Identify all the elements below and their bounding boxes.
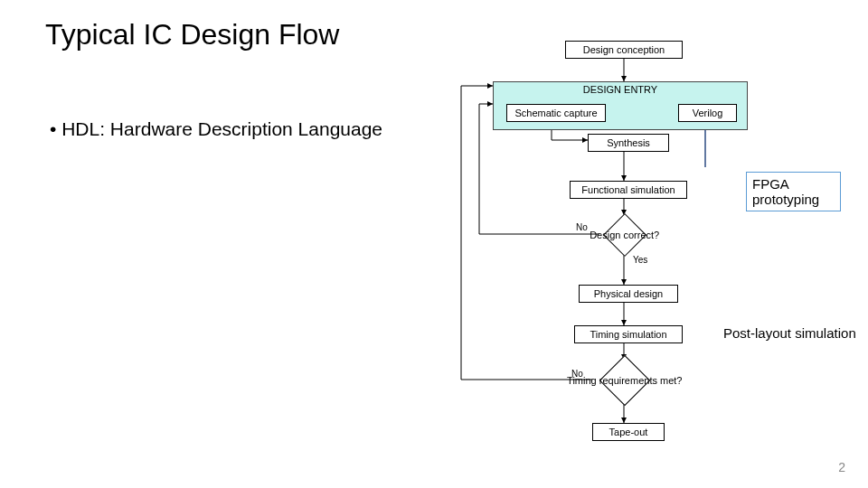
annotation-fpga-box: FPGA prototyping: [746, 172, 841, 211]
slide-title: Typical IC Design Flow: [45, 18, 339, 52]
decision-design-correct: Design correct?: [603, 213, 646, 257]
node-verilog: Verilog: [678, 104, 737, 122]
design-entry-header: DESIGN ENTRY: [583, 84, 657, 95]
label-no-2: No: [571, 369, 583, 379]
node-functional-simulation: Functional simulation: [570, 181, 687, 199]
node-synthesis: Synthesis: [588, 134, 669, 152]
node-schematic-capture: Schematic capture: [506, 104, 606, 122]
decision-timing-met-text: Timing requirements met?: [567, 375, 682, 386]
node-physical-design: Physical design: [579, 285, 678, 303]
node-timing-simulation: Timing simulation: [574, 325, 683, 343]
bullet-hdl-text: HDL: Hardware Description Language: [61, 118, 382, 139]
slide-number: 2: [838, 460, 845, 474]
decision-timing-met: Timing requirements met?: [599, 355, 651, 407]
bullet-hdl: • HDL: Hardware Description Language: [50, 117, 382, 140]
decision-design-correct-text: Design correct?: [590, 230, 659, 240]
node-design-conception: Design conception: [565, 41, 683, 59]
flow-diagram: Design conception DESIGN ENTRY Schematic…: [389, 27, 769, 452]
annotation-fpga-line2: prototyping: [752, 192, 819, 207]
label-yes-1: Yes: [633, 255, 647, 265]
annotation-fpga-line1: FPGA: [752, 176, 789, 192]
annotation-post-layout: Post-layout simulation: [723, 325, 856, 341]
label-no-1: No: [576, 222, 588, 232]
node-tape-out: Tape-out: [592, 423, 665, 441]
